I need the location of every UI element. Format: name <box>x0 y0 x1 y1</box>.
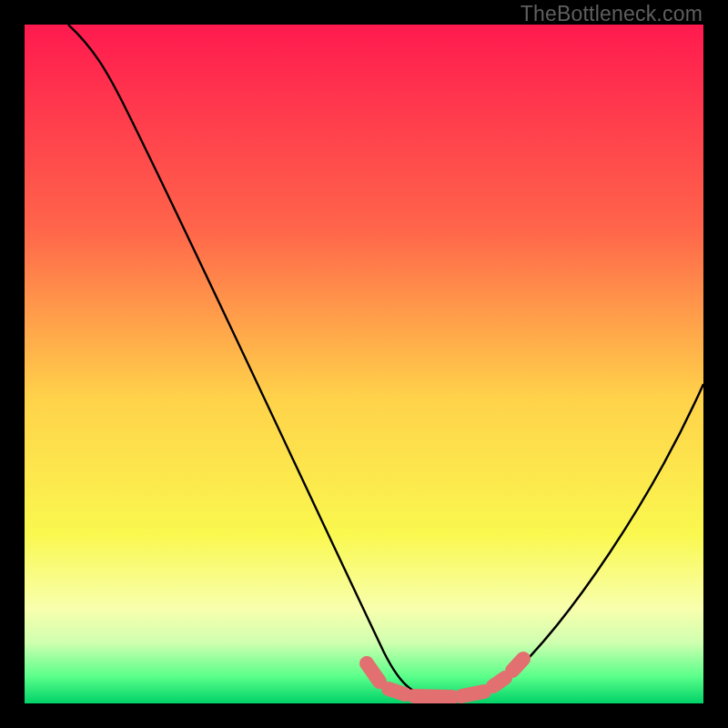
bottleneck-curve-svg <box>25 25 703 703</box>
svg-line-1 <box>367 663 379 682</box>
bottleneck-curve <box>68 25 703 698</box>
svg-line-6 <box>512 659 523 671</box>
chart-frame: TheBottleneck.com <box>0 0 728 728</box>
plot-area <box>25 25 703 703</box>
watermark-text: TheBottleneck.com <box>521 2 703 26</box>
svg-line-2 <box>389 689 405 694</box>
svg-line-4 <box>461 692 484 696</box>
svg-line-3 <box>414 696 452 697</box>
svg-line-5 <box>493 678 505 686</box>
